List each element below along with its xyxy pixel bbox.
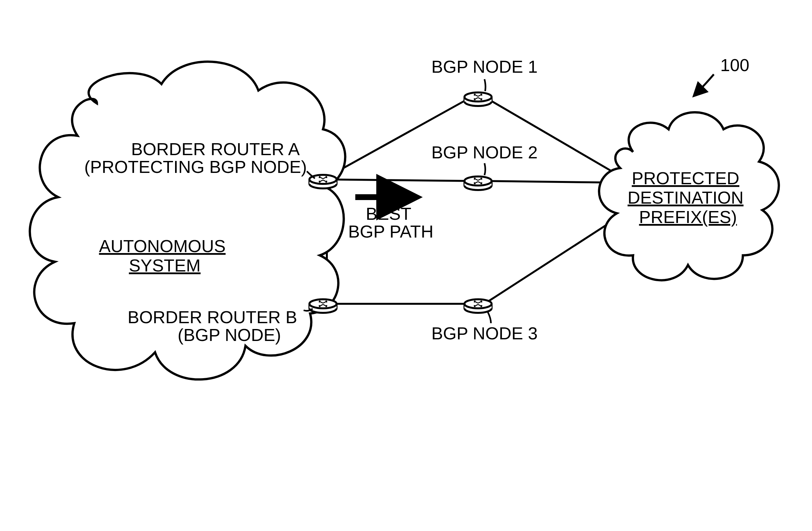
figure-ref-label: 100 <box>720 55 749 75</box>
svg-line-4 <box>323 179 472 181</box>
bgp-node-2: BGP NODE 2 <box>431 142 537 190</box>
dest-label-line3: PREFIX(ES) <box>639 207 737 226</box>
dest-label-line1: PROTECTED <box>632 168 739 188</box>
bgp-node-1-label: BGP NODE 1 <box>431 57 537 76</box>
dest-label-line2: DESTINATION <box>627 188 743 207</box>
svg-line-10 <box>484 218 617 304</box>
as-label-line2: SYSTEM <box>129 256 201 275</box>
best-path-line1: BEST <box>366 204 411 223</box>
router-b-line1: BORDER ROUTER B <box>128 307 297 327</box>
figure-reference: 100 <box>694 55 749 95</box>
svg-line-9 <box>484 181 617 183</box>
bgp-node-2-label: BGP NODE 2 <box>431 142 537 162</box>
best-path-line2: BGP PATH <box>348 222 433 241</box>
svg-line-8 <box>484 97 620 176</box>
router-a-line2: (PROTECTING BGP NODE) <box>84 157 307 177</box>
svg-text:PROTECTED
      DESTINATION
  : PROTECTED DESTINATION PREFIX(ES) <box>627 168 749 226</box>
svg-line-3 <box>323 97 472 179</box>
bgp-node-3-label: BGP NODE 3 <box>431 323 537 343</box>
best-bgp-path: BEST BGP PATH <box>348 197 433 241</box>
router-a-line1: BORDER ROUTER A <box>131 139 300 159</box>
svg-text:BEST
      BGP PATH: BEST BGP PATH <box>348 204 433 241</box>
bgp-node-1: BGP NODE 1 <box>431 57 537 106</box>
links <box>321 97 620 304</box>
router-b-line2: (BGP NODE) <box>178 325 281 345</box>
as-label-line1: AUTONOMOUS <box>99 236 226 256</box>
bgp-node-3: BGP NODE 3 <box>431 299 537 343</box>
destination-cloud: PROTECTED DESTINATION PREFIX(ES) <box>599 112 779 281</box>
